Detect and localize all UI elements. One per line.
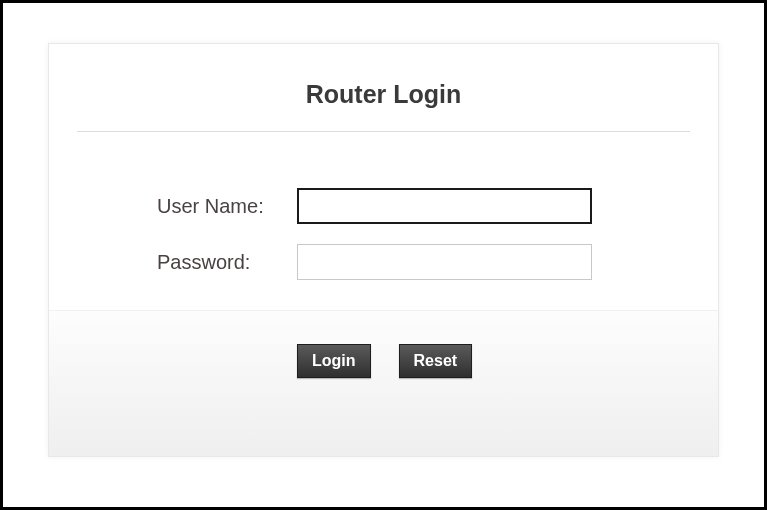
password-input[interactable]: [297, 244, 592, 280]
reset-button[interactable]: Reset: [399, 344, 473, 378]
button-background: [49, 310, 718, 456]
button-row: Login Reset: [49, 344, 718, 378]
login-card: Router Login User Name: Password: Login …: [48, 43, 719, 457]
password-row: Password:: [49, 244, 718, 280]
password-label: Password:: [157, 251, 297, 274]
username-label: User Name:: [157, 195, 297, 218]
username-input[interactable]: [297, 188, 592, 224]
page-title: Router Login: [49, 80, 718, 109]
username-row: User Name:: [49, 188, 718, 224]
title-area: Router Login: [49, 44, 718, 131]
login-form: User Name: Password:: [49, 132, 718, 280]
login-button[interactable]: Login: [297, 344, 371, 378]
